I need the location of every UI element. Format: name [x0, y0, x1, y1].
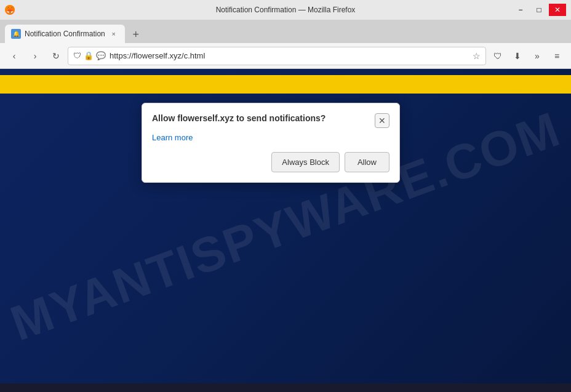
popup-title: Allow flowerself.xyz to send notificatio… — [152, 113, 375, 123]
minimize-button[interactable]: − — [512, 4, 529, 16]
notification-popup: Allow flowerself.xyz to send notificatio… — [142, 103, 400, 183]
notification-permissions-icon: 💬 — [96, 51, 106, 60]
popup-buttons: Always Block Allow — [152, 152, 389, 172]
learn-more-link[interactable]: Learn more — [152, 133, 389, 142]
menu-button[interactable]: ≡ — [548, 47, 566, 65]
maximize-button[interactable]: □ — [530, 4, 548, 16]
active-tab[interactable]: 🔔 Notification Confirmation × — [5, 25, 125, 43]
shield-icon: 🛡 — [73, 51, 81, 60]
extensions-button[interactable]: » — [528, 47, 546, 65]
popup-header: Allow flowerself.xyz to send notificatio… — [152, 113, 389, 128]
tab-bar: 🔔 Notification Confirmation × + — [0, 20, 571, 43]
forward-button[interactable]: › — [26, 47, 44, 65]
firefox-icon: 🦊 — [5, 5, 15, 15]
tab-favicon: 🔔 — [11, 29, 21, 39]
downloads-button[interactable]: ⬇ — [508, 47, 527, 65]
yellow-banner — [0, 75, 571, 94]
page-content: MYANTISPYWARE.COM Press "Allow" to conti… — [0, 69, 571, 383]
title-bar-controls: − □ ✕ — [512, 4, 566, 16]
allow-button[interactable]: Allow — [345, 152, 389, 172]
bookmark-icon[interactable]: ☆ — [473, 51, 481, 61]
always-block-button[interactable]: Always Block — [271, 152, 340, 172]
nav-bar: ‹ › ↻ 🛡 🔒 💬 https://flowerself.xyz/c.htm… — [0, 43, 571, 69]
shield-button[interactable]: 🛡 — [489, 47, 507, 65]
popup-close-button[interactable]: ✕ — [375, 113, 389, 128]
close-button[interactable]: ✕ — [549, 4, 566, 16]
window-title: Notification Confirmation — Mozilla Fire… — [216, 6, 356, 14]
title-bar: 🦊 Notification Confirmation — Mozilla Fi… — [0, 0, 571, 20]
reload-button[interactable]: ↻ — [47, 47, 65, 65]
url-text: https://flowerself.xyz/c.html — [110, 51, 469, 60]
address-bar[interactable]: 🛡 🔒 💬 https://flowerself.xyz/c.html ☆ — [68, 47, 486, 65]
title-bar-left: 🦊 — [5, 5, 15, 15]
back-button[interactable]: ‹ — [5, 47, 23, 65]
address-bar-icons: 🛡 🔒 💬 — [73, 51, 106, 60]
tab-label: Notification Confirmation — [25, 30, 105, 38]
tab-close-button[interactable]: × — [109, 29, 119, 39]
nav-right-buttons: 🛡 ⬇ » ≡ — [489, 47, 566, 65]
lock-icon: 🔒 — [84, 51, 94, 60]
new-tab-button[interactable]: + — [127, 26, 145, 43]
